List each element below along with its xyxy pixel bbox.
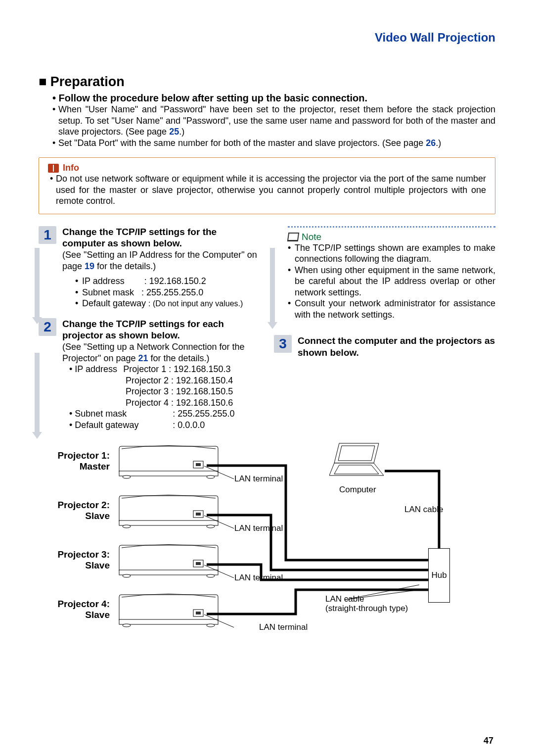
s2-mask-label: Subnet mask [75, 408, 173, 420]
proj3-label: Projector 3: Slave [39, 549, 110, 571]
s1-gw: Default gateway : (Do not input any valu… [75, 298, 260, 309]
note-1: The TCP/IP settings shown are examples t… [288, 242, 495, 265]
note-icon [287, 233, 300, 241]
s2-mask-row: • Subnet mask: 255.255.255.0 [62, 408, 260, 420]
step-1-ref: (See "Setting an IP Address for the Comp… [62, 249, 260, 272]
s1-mask-label: Subnet mask [82, 287, 134, 297]
page-link-21[interactable]: 21 [138, 353, 148, 363]
info-box: Info Do not use network software or equi… [39, 157, 495, 214]
s1-ip-label: IP address [82, 276, 125, 286]
step-3: 3 Connect the computer and the projector… [274, 335, 495, 359]
prep-bullet-2b: .) [436, 138, 441, 148]
prep-bullet-1a: When "User Name" and "Password" have bee… [58, 104, 495, 137]
proj2-label: Projector 2: Slave [39, 500, 110, 521]
lan-cable-2a: LAN cable [325, 594, 364, 604]
connection-diagram: Projector 1: Master Projector 2: Slave P… [39, 441, 495, 644]
hub-box: Hub [428, 548, 450, 603]
prep-bullet-1: When "User Name" and "Password" have bee… [52, 104, 495, 138]
proj4-label: Projector 4: Slave [39, 599, 110, 620]
preparation-subhead: • Follow the procedure below after setti… [52, 93, 495, 104]
step-1-badge: 1 [39, 226, 56, 244]
step-1-ref-b: for the details.) [94, 261, 156, 271]
projector-1-graphic [117, 441, 221, 481]
computer-label: Computer [339, 485, 376, 495]
projector-4-graphic [117, 590, 221, 629]
s2-mask-val: : 255.255.255.0 [173, 409, 234, 419]
step-2-ref: (See "Setting up a Network Connection fo… [62, 341, 260, 364]
s2-ip-row: • IP addressProjector 1 : 192.168.150.3 [62, 364, 260, 375]
lan-cable-label: LAN cable [404, 505, 443, 515]
s2-p3: Projector 3 : 192.168.150.5 [62, 386, 260, 397]
projector-2-graphic [117, 491, 221, 530]
s1-gw-val: : (Do not input any values.) [148, 299, 243, 308]
s1-gw-label: Default gateway [82, 298, 146, 308]
lan-cable-2b: (straight-through type) [325, 604, 408, 614]
info-label: Info [63, 163, 79, 173]
info-text: Do not use network software or equipment… [50, 173, 486, 207]
page-number: 47 [484, 736, 493, 746]
prep-bullet-1b: .) [179, 127, 184, 137]
note-label: Note [302, 232, 321, 242]
step-2: 2 Change the TCP/IP settings for each pr… [39, 318, 260, 431]
page-link-19[interactable]: 19 [85, 261, 94, 271]
projector-3-graphic [117, 540, 221, 580]
step-1: 1 Change the TCP/IP settings for the com… [39, 226, 260, 309]
s2-gw-label: Default gateway [75, 420, 173, 431]
right-column: Note The TCP/IP settings shown are examp… [274, 226, 495, 436]
prep-bullet-2: Set "Data Port" with the same number for… [52, 138, 495, 149]
lan-terminal-label-3: LAN terminal [234, 573, 283, 583]
s1-ip: IP address : 192.168.150.2 [75, 276, 260, 287]
s2-p2: Projector 2 : 192.168.150.4 [62, 375, 260, 386]
step-1-title: Change the TCP/IP settings for the compu… [62, 226, 260, 250]
lan-terminal-label-4: LAN terminal [259, 622, 308, 632]
info-header: Info [48, 163, 486, 173]
page-title: Video Wall Projection [39, 31, 495, 45]
prep-bullet-2a: Set "Data Port" with the same number for… [58, 138, 426, 148]
note-header: Note [288, 226, 495, 242]
s1-mask-val: : 255.255.255.0 [141, 287, 203, 297]
lan-terminal-label-1: LAN terminal [234, 474, 283, 484]
note-3: Consult your network administrator for a… [288, 298, 495, 320]
left-column: 1 Change the TCP/IP settings for the com… [39, 226, 260, 436]
lan-terminal-label-2: LAN terminal [234, 523, 283, 533]
proj1-label: Projector 1: Master [39, 450, 110, 472]
s2-p4: Projector 4 : 192.168.150.6 [62, 397, 260, 409]
computer-graphic [329, 438, 394, 483]
info-book-icon [48, 164, 59, 173]
page-link-25[interactable]: 25 [169, 127, 179, 137]
s1-ip-val: : 192.168.150.2 [144, 276, 206, 286]
s2-gw-row: • Default gateway: 0.0.0.0 [62, 420, 260, 431]
preparation-heading: ■ Preparation [39, 74, 495, 90]
s2-ip-label: IP address [75, 364, 123, 375]
s1-mask: Subnet mask : 255.255.255.0 [75, 287, 260, 298]
step-2-ref-b: for the details.) [148, 353, 210, 363]
s2-gw-val: : 0.0.0.0 [173, 420, 205, 430]
step-3-title: Connect the computer and the projectors … [298, 335, 495, 359]
page-link-26[interactable]: 26 [426, 138, 436, 148]
s2-p1: Projector 1 : 192.168.150.3 [123, 364, 230, 374]
note-2: When using other equipment in the same n… [288, 265, 495, 298]
step-2-title: Change the TCP/IP settings for each proj… [62, 318, 260, 342]
step-3-badge: 3 [274, 335, 292, 353]
